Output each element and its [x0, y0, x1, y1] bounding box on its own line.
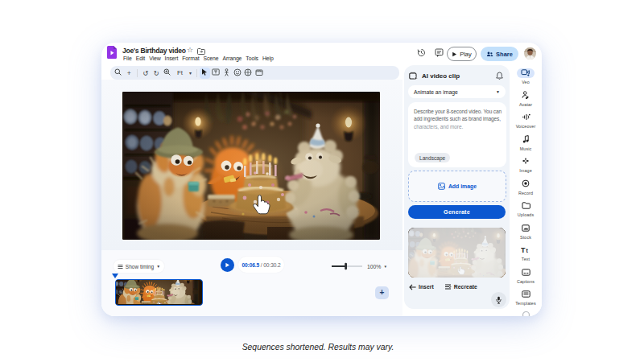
svg-text:t: t	[526, 248, 528, 253]
svg-text:T: T	[521, 246, 526, 253]
